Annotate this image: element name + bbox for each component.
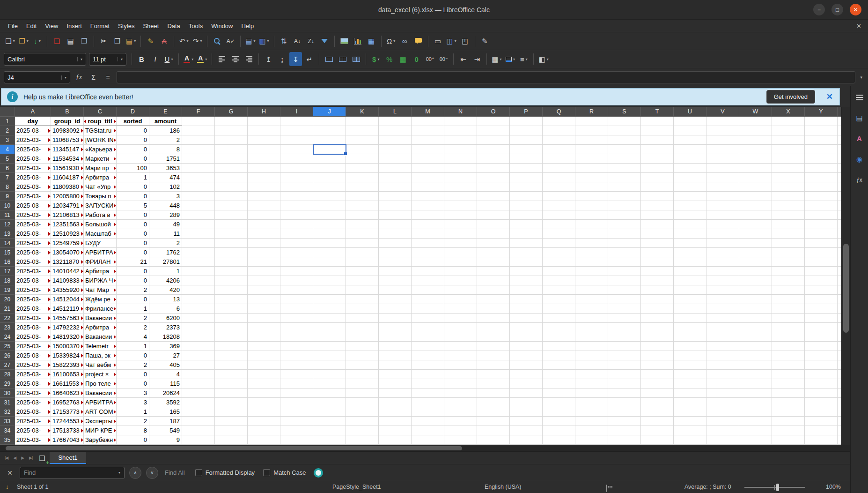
cell[interactable] bbox=[346, 117, 379, 126]
cell[interactable] bbox=[248, 201, 280, 210]
cell[interactable] bbox=[575, 126, 608, 135]
cell[interactable] bbox=[313, 398, 346, 407]
cell[interactable] bbox=[772, 248, 805, 257]
cell[interactable] bbox=[805, 342, 838, 351]
cell-C35[interactable]: Зарубежн bbox=[84, 435, 117, 445]
cell[interactable] bbox=[248, 145, 280, 154]
cell[interactable] bbox=[444, 426, 477, 435]
cell[interactable] bbox=[477, 285, 510, 295]
cell-E12[interactable]: 49 bbox=[149, 220, 182, 229]
cell[interactable] bbox=[641, 248, 674, 257]
cell[interactable] bbox=[543, 426, 575, 435]
cell[interactable] bbox=[346, 126, 379, 135]
cell-B35[interactable]: 17667043 bbox=[51, 435, 84, 445]
cell[interactable] bbox=[313, 267, 346, 276]
cell[interactable] bbox=[674, 398, 706, 407]
cell[interactable] bbox=[608, 351, 641, 360]
cell[interactable] bbox=[280, 379, 313, 388]
cell[interactable] bbox=[706, 201, 739, 210]
formatted-display-checkbox[interactable]: Formatted Display bbox=[195, 469, 255, 476]
cell[interactable] bbox=[772, 304, 805, 314]
column-header-K[interactable]: K bbox=[346, 107, 379, 117]
cell[interactable] bbox=[674, 267, 706, 276]
cell-C17[interactable]: Арбитра bbox=[84, 267, 117, 276]
cell-B18[interactable]: 14109833 bbox=[51, 276, 84, 285]
cell-B19[interactable]: 14355920 bbox=[51, 285, 84, 295]
cell-C5[interactable]: Маркети bbox=[84, 154, 117, 164]
cell[interactable] bbox=[215, 201, 248, 210]
cell[interactable] bbox=[706, 229, 739, 239]
cell[interactable] bbox=[739, 239, 772, 248]
cell-C2[interactable]: TGStat.ru bbox=[84, 126, 117, 135]
cell[interactable] bbox=[444, 379, 477, 388]
cell[interactable] bbox=[280, 388, 313, 398]
cell[interactable] bbox=[379, 370, 412, 379]
cell[interactable] bbox=[182, 257, 215, 267]
cell[interactable] bbox=[215, 210, 248, 220]
cell[interactable] bbox=[280, 182, 313, 192]
cell[interactable] bbox=[412, 173, 444, 182]
cell[interactable] bbox=[182, 370, 215, 379]
columns-button[interactable]: ▥▾ bbox=[257, 34, 270, 48]
cell[interactable] bbox=[477, 145, 510, 154]
cell-E19[interactable]: 420 bbox=[149, 285, 182, 295]
menu-file[interactable]: File bbox=[4, 21, 22, 31]
cell[interactable] bbox=[739, 285, 772, 295]
cell[interactable] bbox=[543, 323, 575, 332]
cell[interactable] bbox=[248, 360, 280, 370]
find-all-button[interactable]: Find All bbox=[165, 469, 185, 476]
cell[interactable] bbox=[215, 257, 248, 267]
cell[interactable] bbox=[772, 295, 805, 304]
cell[interactable] bbox=[543, 407, 575, 417]
cell[interactable] bbox=[674, 388, 706, 398]
undo-button[interactable]: ↶▾ bbox=[177, 34, 190, 48]
cell-E28[interactable]: 4 bbox=[149, 370, 182, 379]
cell[interactable] bbox=[379, 351, 412, 360]
cell[interactable] bbox=[608, 257, 641, 267]
cell[interactable] bbox=[543, 248, 575, 257]
cell[interactable] bbox=[412, 192, 444, 201]
cell[interactable] bbox=[313, 351, 346, 360]
cell[interactable] bbox=[772, 285, 805, 295]
page-style-status[interactable]: PageStyle_Sheet1 bbox=[332, 484, 381, 490]
close-document-icon[interactable]: ✕ bbox=[856, 22, 861, 30]
cell[interactable] bbox=[575, 323, 608, 332]
cell[interactable] bbox=[444, 164, 477, 173]
cell-A29[interactable]: 2025-03- bbox=[15, 379, 51, 388]
cell[interactable] bbox=[772, 426, 805, 435]
cell[interactable] bbox=[543, 351, 575, 360]
cell[interactable] bbox=[739, 164, 772, 173]
cell[interactable] bbox=[510, 407, 543, 417]
cell[interactable] bbox=[346, 407, 379, 417]
cell[interactable] bbox=[248, 295, 280, 304]
cell[interactable] bbox=[444, 314, 477, 323]
cell[interactable] bbox=[346, 370, 379, 379]
cell[interactable] bbox=[248, 398, 280, 407]
cell[interactable] bbox=[805, 314, 838, 323]
cell[interactable] bbox=[444, 126, 477, 135]
cell[interactable] bbox=[182, 154, 215, 164]
cell[interactable] bbox=[805, 407, 838, 417]
cell[interactable] bbox=[182, 407, 215, 417]
cell[interactable] bbox=[575, 201, 608, 210]
menu-insert[interactable]: Insert bbox=[62, 21, 86, 31]
navigator-button[interactable]: ◉ bbox=[853, 153, 866, 165]
cell[interactable] bbox=[313, 229, 346, 239]
cell[interactable] bbox=[641, 388, 674, 398]
cell[interactable] bbox=[641, 379, 674, 388]
vertical-scrollbar[interactable] bbox=[841, 107, 850, 445]
cell[interactable] bbox=[674, 182, 706, 192]
cell-D4[interactable]: 0 bbox=[117, 145, 149, 154]
cell-E2[interactable]: 186 bbox=[149, 126, 182, 135]
cell[interactable] bbox=[412, 145, 444, 154]
cell[interactable] bbox=[641, 135, 674, 145]
cell[interactable] bbox=[412, 370, 444, 379]
cell[interactable] bbox=[608, 304, 641, 314]
cell[interactable] bbox=[739, 248, 772, 257]
cell-E6[interactable]: 3653 bbox=[149, 164, 182, 173]
row-header-22[interactable]: 22 bbox=[0, 314, 15, 323]
export-pdf-button[interactable]: ❏ bbox=[51, 34, 63, 48]
cell[interactable] bbox=[412, 342, 444, 351]
cell[interactable] bbox=[444, 323, 477, 332]
row-header-35[interactable]: 35 bbox=[0, 435, 15, 445]
